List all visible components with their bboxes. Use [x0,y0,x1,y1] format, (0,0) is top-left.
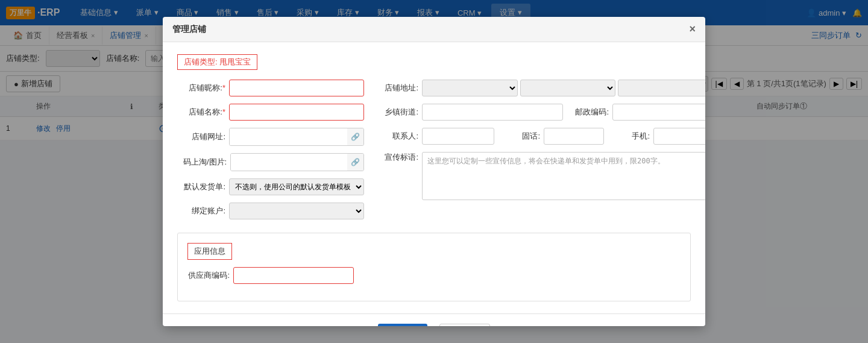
address-row: 店铺地址: [376,80,705,96]
url-row: 店铺网址: 🔗 [183,128,364,140]
contact-input[interactable] [422,128,494,140]
contact-label: 联系人: [376,131,418,140]
form-left: 店铺昵称:* 店铺名称:* 店铺网址: 🔗 [177,80,370,140]
dialog-body: 店铺类型: 甩甩宝宝 店铺昵称:* 店铺名称:* 店铺网址: [163,42,705,140]
landline-input[interactable] [544,128,604,140]
url-field: 🔗 [229,128,364,140]
city-select[interactable] [520,80,616,96]
mobile-input[interactable] [653,128,705,140]
town-input[interactable] [422,104,563,121]
link-icon: 🔗 [347,128,363,140]
nickname-label: 店铺昵称:* [183,83,225,93]
storename-label: 店铺名称:* [183,107,225,118]
url-label: 店铺网址: [183,131,225,140]
form-grid: 店铺昵称:* 店铺名称:* 店铺网址: 🔗 [177,80,691,140]
postcode-label: 邮政编码: [567,107,609,118]
url-input[interactable] [230,128,347,140]
store-type-val: 甩甩宝宝 [219,57,251,66]
town-row: 乡镇街道: 邮政编码: [376,104,705,121]
store-type-key: 店铺类型: [184,57,218,66]
dialog-close-button[interactable]: × [689,23,696,36]
store-type-badge: 店铺类型: 甩甩宝宝 [177,54,257,70]
landline-label: 固话: [498,131,540,140]
nickname-row: 店铺昵称:* [183,80,364,96]
address-selects [422,80,705,96]
nickname-input[interactable] [229,80,364,96]
dialog-title: 管理店铺 [172,24,206,35]
district-select[interactable] [618,80,705,96]
storename-input[interactable] [229,104,364,121]
contact-row: 联系人: 固话: 手机: [376,128,705,140]
postcode-input[interactable] [612,104,705,121]
manage-store-dialog: 管理店铺 × 店铺类型: 甩甩宝宝 店铺昵称:* 店铺名称:* [163,17,705,140]
dialog-header: 管理店铺 × [163,17,705,42]
province-select[interactable] [422,80,518,96]
form-right: 店铺地址: 乡镇街道: 邮政编码: 联系人: [370,80,705,140]
mobile-label: 手机: [608,131,650,140]
storename-row: 店铺名称:* [183,104,364,121]
town-label: 乡镇街道: [376,107,418,118]
dialog-overlay: 管理店铺 × 店铺类型: 甩甩宝宝 店铺昵称:* 店铺名称:* [0,0,868,140]
address-label: 店铺地址: [376,83,418,93]
